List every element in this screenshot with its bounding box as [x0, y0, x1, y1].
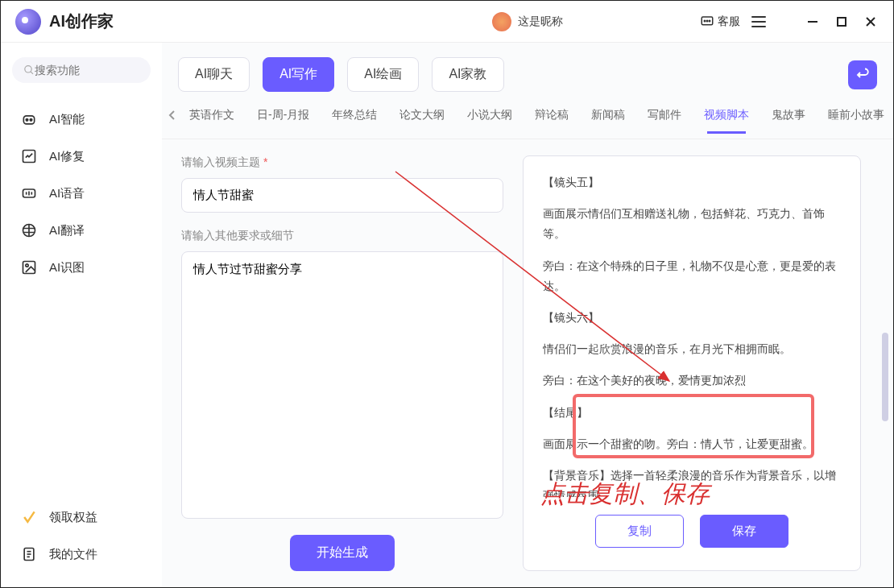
check-icon	[20, 508, 38, 526]
detail-textarea[interactable]	[181, 251, 503, 519]
subnav-item[interactable]: 小说大纲	[457, 105, 522, 126]
app-logo-icon	[15, 9, 41, 35]
svg-point-8	[25, 66, 31, 72]
search-icon	[23, 64, 35, 77]
subnav-item[interactable]: 年终总结	[322, 105, 387, 126]
topic-label: 请输入视频主题 *	[181, 155, 503, 170]
sidebar-item-label: 我的文件	[49, 547, 97, 562]
subnav-item[interactable]: 写邮件	[638, 105, 691, 126]
hamburger-menu-icon[interactable]	[751, 16, 766, 27]
svg-point-20	[26, 264, 28, 267]
robot-icon	[20, 110, 38, 128]
svg-line-9	[31, 72, 33, 74]
sidebar-item-label: AI修复	[49, 149, 85, 164]
copy-button[interactable]: 复制	[595, 515, 684, 548]
sidebar-item-ai-repair[interactable]: AI修复	[12, 138, 151, 175]
chevron-left-icon[interactable]	[168, 106, 176, 124]
topic-input[interactable]	[181, 178, 503, 213]
user-avatar[interactable]	[492, 12, 511, 31]
scrollbar-thumb[interactable]	[882, 333, 888, 421]
svg-point-3	[709, 20, 710, 22]
sidebar-item-ai-translate[interactable]: AI翻译	[12, 212, 151, 249]
output-line: 旁白：在这个美好的夜晚，爱情更加浓烈	[543, 371, 841, 391]
output-line: 画面展示一个甜蜜的吻。旁白：情人节，让爱更甜蜜。	[543, 434, 841, 454]
svg-rect-19	[23, 262, 35, 274]
subnav-item[interactable]: 睡前小故事	[818, 105, 893, 126]
chat-bubble-icon	[700, 14, 714, 29]
input-column: 请输入视频主题 * 请输入其他要求或细节 开始生成	[181, 155, 503, 571]
tab-tutor[interactable]: AI家教	[432, 57, 503, 92]
customer-service-button[interactable]: 客服	[700, 14, 740, 29]
subnav-item[interactable]: 论文大纲	[390, 105, 454, 126]
svg-rect-5	[838, 18, 846, 26]
search-box[interactable]	[12, 57, 151, 83]
sidebar-item-ai-voice[interactable]: AI语音	[12, 175, 151, 212]
sidebar-item-ai-image[interactable]: AI识图	[12, 249, 151, 286]
customer-service-label: 客服	[718, 14, 740, 29]
sidebar-item-label: AI识图	[49, 260, 85, 275]
arrow-return-icon	[855, 68, 870, 82]
svg-point-12	[30, 119, 32, 122]
maximize-button[interactable]	[827, 7, 856, 36]
minimize-button[interactable]	[798, 7, 827, 36]
sidebar-item-ai-intelligence[interactable]: AI智能	[12, 101, 151, 138]
output-actions: 复制 保存	[543, 497, 841, 554]
svg-point-1	[704, 20, 706, 22]
sidebar: AI智能 AI修复 AI语音 AI翻译 AI识图 领取权益	[1, 43, 162, 587]
translate-icon	[20, 222, 38, 239]
output-line: 【结尾】	[543, 403, 841, 423]
subnav-item[interactable]: 新闻稿	[582, 105, 635, 126]
main-area: AI聊天 AI写作 AI绘画 AI家教 英语作文 日-周-月报 年终总结 论文大…	[162, 43, 893, 587]
titlebar: AI创作家 这是昵称 客服	[1, 1, 893, 43]
sidebar-item-label: 领取权益	[49, 510, 97, 525]
output-line: 情侣们一起欣赏浪漫的音乐，在月光下相拥而眠。	[543, 339, 841, 359]
script-output[interactable]: 【镜头五】 画面展示情侣们互相赠送礼物，包括鲜花、巧克力、首饰等。 旁白：在这个…	[543, 172, 841, 497]
tab-chat[interactable]: AI聊天	[178, 57, 250, 92]
tab-painting[interactable]: AI绘画	[347, 57, 419, 92]
template-subnav: 英语作文 日-周-月报 年终总结 论文大纲 小说大纲 辩论稿 新闻稿 写邮件 视…	[162, 92, 893, 139]
output-line: 【镜头五】	[543, 172, 841, 193]
app-title: AI创作家	[49, 10, 114, 32]
sidebar-item-benefits[interactable]: 领取权益	[12, 499, 151, 536]
wand-icon	[20, 147, 38, 165]
output-line: 【背景音乐】选择一首轻柔浪漫的音乐作为背景音乐，以增强情感氛围。	[543, 466, 841, 497]
detail-label: 请输入其他要求或细节	[181, 229, 503, 243]
svg-point-11	[26, 119, 28, 122]
sidebar-item-label: AI语音	[49, 186, 85, 201]
tab-writing[interactable]: AI写作	[263, 57, 334, 92]
search-input[interactable]	[35, 64, 139, 77]
voice-icon	[20, 184, 38, 202]
generate-button[interactable]: 开始生成	[290, 535, 395, 571]
subnav-item[interactable]: 鬼故事	[762, 105, 815, 126]
output-panel: 【镜头五】 画面展示情侣们互相赠送礼物，包括鲜花、巧克力、首饰等。 旁白：在这个…	[523, 155, 861, 571]
output-line: 旁白：在这个特殊的日子里，礼物不仅是心意，更是爱的表达。	[543, 256, 841, 296]
svg-rect-10	[23, 116, 34, 124]
category-tabs: AI聊天 AI写作 AI绘画 AI家教	[162, 43, 893, 92]
subnav-item[interactable]: 辩论稿	[525, 105, 578, 126]
close-button[interactable]	[856, 7, 885, 36]
image-icon	[20, 259, 38, 276]
sidebar-item-label: AI翻译	[49, 223, 85, 238]
output-line: 【镜头六】	[543, 308, 841, 328]
svg-point-2	[706, 20, 708, 22]
subnav-item[interactable]: 英语作文	[180, 105, 244, 126]
file-icon	[20, 545, 38, 563]
sidebar-item-label: AI智能	[49, 112, 85, 127]
scrollbar-track	[882, 204, 888, 568]
subnav-item-active[interactable]: 视频脚本	[694, 105, 759, 126]
subnav-item[interactable]: 日-周-月报	[247, 105, 319, 126]
back-button[interactable]	[848, 60, 877, 89]
output-line: 画面展示情侣们互相赠送礼物，包括鲜花、巧克力、首饰等。	[543, 204, 841, 244]
sidebar-item-files[interactable]: 我的文件	[12, 536, 151, 573]
save-button[interactable]: 保存	[700, 515, 788, 548]
user-nickname[interactable]: 这是昵称	[518, 14, 563, 29]
